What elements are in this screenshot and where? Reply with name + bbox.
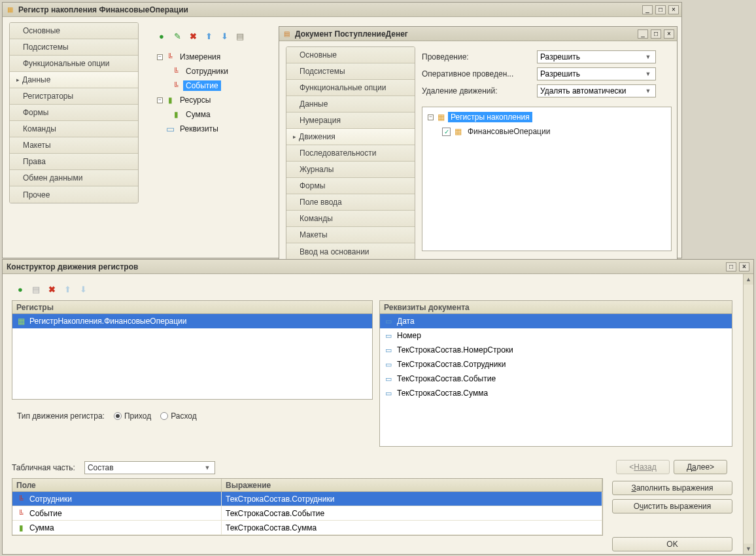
nav-tab[interactable]: Нумерация <box>286 113 415 129</box>
nav-tab[interactable]: Поле ввода <box>286 194 415 211</box>
nav-tab[interactable]: Данные <box>286 96 415 113</box>
doc-attr-label: Номер <box>397 331 421 340</box>
mapping-table[interactable]: Поле Выражение ╚СотрудникиТекСтрокаСоста… <box>12 478 603 536</box>
dimension-item-selected[interactable]: Событие <box>183 80 221 91</box>
move-up-icon[interactable]: ⬆ <box>203 30 215 42</box>
movement-type-row: Тип движения регистра: Приход Расход <box>17 411 197 421</box>
nav-tab[interactable]: Основные <box>286 47 415 63</box>
nav-tab[interactable]: Макеты <box>286 227 415 243</box>
add-icon[interactable]: ● <box>14 283 26 295</box>
dimension-icon: ╚ <box>171 82 180 90</box>
nav-tab[interactable]: Основные <box>10 23 138 39</box>
register-item[interactable]: ФинансовыеОперации <box>465 126 553 137</box>
doc-attr-label: ТекСтрокаСостав.Событие <box>397 374 496 383</box>
ok-button[interactable]: OK <box>612 537 732 551</box>
nav-tab[interactable]: Подсистемы <box>286 63 415 80</box>
move-up-icon[interactable]: ⬆ <box>61 283 73 295</box>
collapse-icon[interactable]: − <box>157 97 163 103</box>
nav-tab[interactable]: Права <box>10 154 138 170</box>
registers-panel: − ▦ Регистры накопления ✓ ▦ ФинансовыеОп… <box>422 107 672 251</box>
radio-income[interactable]: Приход <box>114 411 151 421</box>
close-button[interactable]: × <box>664 29 674 39</box>
doc-attr-label: ТекСтрокаСостав.Сумма <box>397 389 488 398</box>
nav-tab[interactable]: Формы <box>286 178 415 194</box>
edit-icon[interactable]: ✎ <box>171 30 183 42</box>
attributes-node[interactable]: Реквизиты <box>177 124 221 134</box>
nav-tab[interactable]: Макеты <box>10 137 138 154</box>
add-with-icon[interactable]: ▤ <box>30 283 42 295</box>
table-row[interactable]: ▮СуммаТекСтрокаСостав.Сумма <box>12 521 602 535</box>
doc-attr-row[interactable]: ▭ТекСтрокаСостав.Сумма <box>380 386 732 400</box>
chevron-down-icon: ▼ <box>203 464 212 471</box>
nav-tab[interactable]: Функциональные опции <box>10 56 138 72</box>
combo-value: Разрешить <box>540 69 580 78</box>
dimensions-node[interactable]: Измерения <box>177 52 223 62</box>
radio-expense[interactable]: Расход <box>160 411 197 421</box>
structure-tree[interactable]: − ╚ Измерения ╚ Сотрудники ╚ Событие − ▮… <box>156 50 273 136</box>
nav-tab[interactable]: Обмен данными <box>10 170 138 186</box>
move-down-icon[interactable]: ⬇ <box>218 30 230 42</box>
window-title: Документ ПоступлениеДенег <box>295 29 638 39</box>
tabular-part-combo[interactable]: Состав ▼ <box>84 461 215 474</box>
close-button[interactable]: × <box>668 5 679 14</box>
doc-attr-row[interactable]: ▭ТекСтрокаСостав.Сотрудники <box>380 357 732 372</box>
delete-icon[interactable]: ✖ <box>46 283 58 295</box>
resource-item[interactable]: Сумма <box>183 109 213 120</box>
toolbar: ● ▤ ✖ ⬆ ⬇ <box>14 283 89 295</box>
nav-tab[interactable]: Журналы <box>286 162 415 178</box>
prop-label: Удаление движений: <box>422 86 532 96</box>
nav-tab[interactable]: Подсистемы <box>10 39 138 56</box>
dimensions-icon: ╚ <box>165 53 175 61</box>
scroll-up-icon[interactable]: ▲ <box>744 274 753 285</box>
nav-tab[interactable]: Последовательности <box>286 145 415 162</box>
fill-expressions-button[interactable]: Заполнить выражения <box>612 481 732 495</box>
document-icon: ▤ <box>282 29 291 39</box>
maximize-button[interactable]: □ <box>655 5 666 14</box>
close-button[interactable]: × <box>739 262 749 271</box>
doc-attr-row[interactable]: ▭ТекСтрокаСостав.Событие <box>380 372 732 386</box>
tabular-part-row: Табличная часть: Состав ▼ <box>12 461 215 474</box>
operative-posting-combo[interactable]: Разрешить ▼ <box>537 67 656 80</box>
add-icon[interactable]: ● <box>156 30 167 42</box>
nav-tab[interactable]: Данные <box>10 72 138 88</box>
table-row[interactable]: ╚СобытиеТекСтрокаСостав.Событие <box>12 506 602 521</box>
chevron-down-icon: ▼ <box>644 54 653 60</box>
nav-tab[interactable]: Команды <box>286 211 415 227</box>
nav-tab[interactable]: Ввод на основании <box>286 243 415 260</box>
register-checkbox[interactable]: ✓ <box>442 128 451 136</box>
panel-header: Регистры <box>12 301 372 314</box>
maximize-button[interactable]: □ <box>651 29 661 39</box>
movement-type-label: Тип движения регистра: <box>17 411 105 421</box>
scroll-down-icon[interactable]: ▼ <box>744 544 753 554</box>
doc-attr-row[interactable]: ▭ТекСтрокаСостав.НомерСтроки <box>380 343 732 357</box>
clear-expressions-button[interactable]: Очистить выражения <box>612 499 732 513</box>
collapse-icon[interactable]: − <box>157 54 163 60</box>
move-down-icon[interactable]: ⬇ <box>77 283 89 295</box>
register-row[interactable]: ▦ РегистрНакопления.ФинансовыеОперации <box>12 314 372 328</box>
doc-attr-row[interactable]: ▭Дата <box>380 314 732 328</box>
nav-tab[interactable]: Формы <box>10 105 138 121</box>
next-button[interactable]: Далее> <box>674 460 727 474</box>
properties-icon[interactable]: ▤ <box>234 30 246 42</box>
doc-attr-row[interactable]: ▭Номер <box>380 328 732 343</box>
delete-movements-combo[interactable]: Удалять автоматически ▼ <box>537 84 656 97</box>
window-constructor: Конструктор движения регистров □ × ▲ ▼ ●… <box>2 259 754 555</box>
maximize-button[interactable]: □ <box>726 262 736 271</box>
back-button[interactable]: <Назад <box>616 460 670 474</box>
nav-tab[interactable]: Регистраторы <box>10 88 138 105</box>
table-row[interactable]: ╚СотрудникиТекСтрокаСостав.Сотрудники <box>12 492 602 506</box>
resources-node[interactable]: Ресурсы <box>177 95 213 105</box>
nav-tab[interactable]: Движения <box>286 129 415 145</box>
nav-tab[interactable]: Функциональные опции <box>286 80 415 96</box>
minimize-button[interactable]: _ <box>642 5 653 14</box>
register-group[interactable]: Регистры накопления <box>448 112 532 122</box>
window-title: Конструктор движения регистров <box>7 262 138 271</box>
nav-tab[interactable]: Команды <box>10 121 138 137</box>
minimize-button[interactable]: _ <box>638 29 648 39</box>
delete-icon[interactable]: ✖ <box>187 30 199 42</box>
dimension-item[interactable]: Сотрудники <box>183 66 231 77</box>
collapse-icon[interactable]: − <box>428 114 434 120</box>
posting-combo[interactable]: Разрешить ▼ <box>537 50 656 63</box>
nav-tab[interactable]: Прочее <box>10 186 138 203</box>
vertical-scrollbar[interactable]: ▲ ▼ <box>743 274 753 554</box>
